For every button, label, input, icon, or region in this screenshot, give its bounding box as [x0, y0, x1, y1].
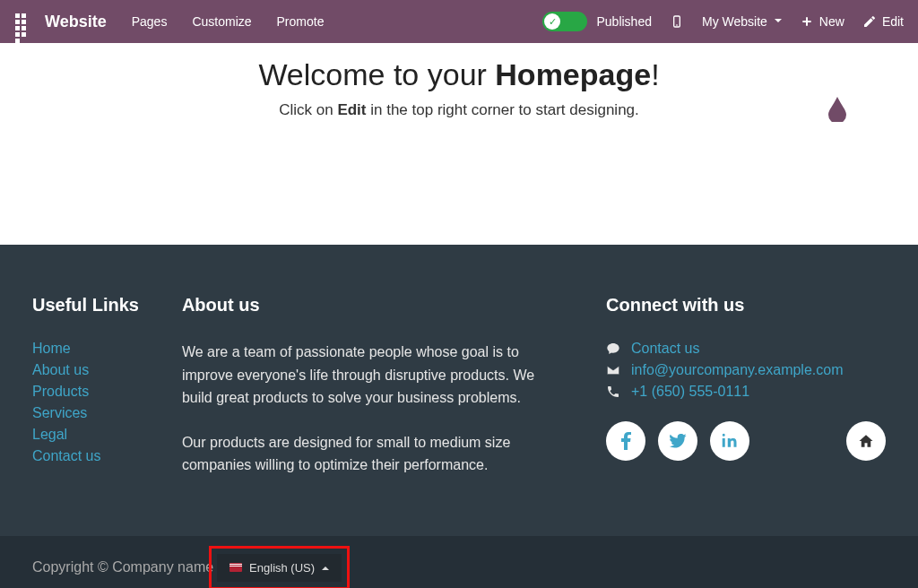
edit-button[interactable]: Edit: [862, 14, 904, 29]
footer-link-products[interactable]: Products: [32, 384, 139, 400]
pencil-icon: [862, 14, 877, 29]
footer-about-column: About us We are a team of passionate peo…: [182, 295, 541, 498]
page-subtitle: Click on Edit in the top right corner to…: [0, 101, 918, 119]
footer: Useful Links Home About us Products Serv…: [0, 245, 918, 536]
brand-label[interactable]: Website: [45, 13, 107, 31]
footer-links-column: Useful Links Home About us Products Serv…: [32, 295, 139, 498]
footer-link-contact[interactable]: Contact us: [32, 448, 139, 464]
footer-about-title: About us: [182, 295, 541, 316]
new-button[interactable]: New: [800, 14, 844, 29]
language-selector[interactable]: English (US): [217, 554, 342, 582]
apps-icon[interactable]: [14, 13, 32, 30]
linkedin-button[interactable]: [710, 421, 749, 461]
footer-link-services[interactable]: Services: [32, 405, 139, 421]
hero-section: Welcome to your Homepage! Click on Edit …: [0, 43, 918, 245]
site-switcher[interactable]: My Website: [702, 14, 782, 29]
published-toggle[interactable]: ✓: [542, 12, 587, 31]
scroll-top-button[interactable]: [846, 421, 886, 461]
plus-icon: [800, 14, 814, 29]
footer-links-title: Useful Links: [32, 295, 139, 316]
facebook-icon: [620, 432, 631, 450]
envelope-icon: [606, 363, 620, 377]
drop-icon[interactable]: [827, 97, 848, 122]
speech-icon: [606, 342, 620, 356]
footer-about-p1: We are a team of passionate people whose…: [182, 341, 541, 410]
page-title: Welcome to your Homepage!: [0, 57, 918, 92]
footer-link-home[interactable]: Home: [32, 341, 139, 357]
email-link[interactable]: info@yourcompany.example.com: [631, 362, 844, 378]
chevron-up-icon: [322, 563, 329, 570]
contact-us-link[interactable]: Contact us: [631, 341, 699, 357]
flag-us-icon: [230, 563, 242, 572]
footer-link-legal[interactable]: Legal: [32, 427, 139, 443]
facebook-button[interactable]: [606, 421, 645, 461]
twitter-icon: [669, 434, 687, 448]
nav-promote[interactable]: Promote: [277, 14, 325, 29]
published-label: Published: [596, 14, 652, 29]
footer-connect-column: Connect with us Contact us info@yourcomp…: [606, 295, 886, 498]
mobile-preview-button[interactable]: [670, 14, 684, 29]
nav-customize[interactable]: Customize: [192, 14, 251, 29]
phone-link[interactable]: +1 (650) 555-0111: [631, 384, 749, 400]
chevron-down-icon: [775, 19, 782, 26]
home-icon: [858, 433, 874, 449]
mobile-icon: [670, 14, 684, 29]
copyright-bar: Copyright © Company name English (US): [0, 536, 918, 588]
phone-icon: [606, 385, 620, 399]
footer-link-about[interactable]: About us: [32, 362, 139, 378]
copyright-text: Copyright © Company name: [32, 559, 213, 575]
page-content: Welcome to your Homepage! Click on Edit …: [0, 43, 918, 588]
footer-connect-title: Connect with us: [606, 295, 886, 316]
top-navbar: Website Pages Customize Promote ✓ Publis…: [0, 0, 918, 43]
check-icon: ✓: [544, 13, 560, 30]
linkedin-icon: [722, 433, 738, 449]
footer-about-p2: Our products are designed for small to m…: [182, 431, 541, 477]
nav-pages[interactable]: Pages: [132, 14, 168, 29]
twitter-button[interactable]: [658, 421, 697, 461]
